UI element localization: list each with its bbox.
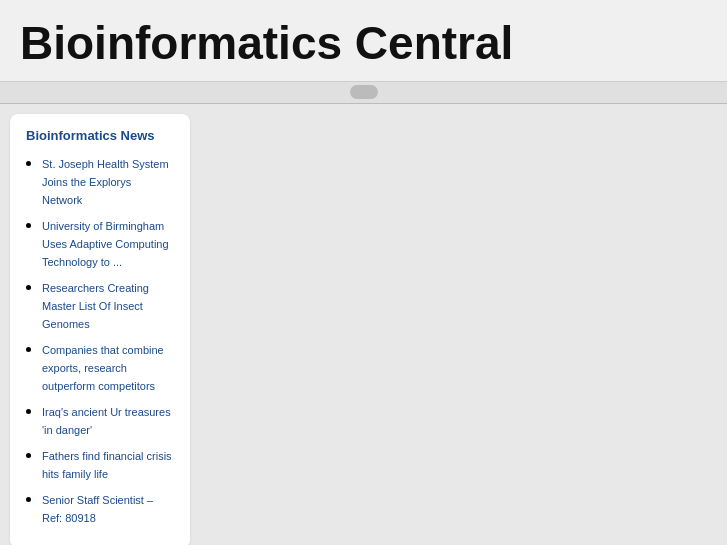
site-title: Bioinformatics Central	[20, 18, 707, 69]
news-card-title: Bioinformatics News	[26, 128, 174, 145]
main-wrapper: Bioinformatics Central Bioinformatics Ne…	[0, 0, 727, 545]
news-link-6[interactable]: Fathers find financial crisis hits famil…	[42, 450, 172, 480]
list-item: Senior Staff Scientist – Ref: 80918	[42, 490, 174, 526]
list-item: University of Birmingham Uses Adaptive C…	[42, 216, 174, 270]
content-area: Bioinformatics Central Bioinformatics Ne…	[0, 0, 727, 545]
list-item: St. Joseph Health System Joins the Explo…	[42, 154, 174, 208]
news-link-5[interactable]: Iraq's ancient Ur treasures 'in danger'	[42, 406, 171, 436]
news-card: Bioinformatics News St. Joseph Health Sy…	[10, 114, 190, 545]
site-header: Bioinformatics Central	[0, 0, 727, 82]
news-link-4[interactable]: Companies that combine exports, research…	[42, 344, 164, 392]
news-link-1[interactable]: St. Joseph Health System Joins the Explo…	[42, 158, 169, 206]
scrollbar-thumb[interactable]	[350, 85, 378, 99]
news-link-3[interactable]: Researchers Creating Master List Of Inse…	[42, 282, 149, 330]
news-link-2[interactable]: University of Birmingham Uses Adaptive C…	[42, 220, 169, 268]
scrollbar-area	[0, 82, 727, 104]
news-list: St. Joseph Health System Joins the Explo…	[26, 154, 174, 526]
list-item: Researchers Creating Master List Of Inse…	[42, 278, 174, 332]
list-item: Iraq's ancient Ur treasures 'in danger'	[42, 402, 174, 438]
list-item: Companies that combine exports, research…	[42, 340, 174, 394]
main-content: Bioinformatics News St. Joseph Health Sy…	[0, 104, 727, 545]
list-item: Fathers find financial crisis hits famil…	[42, 446, 174, 482]
news-link-7[interactable]: Senior Staff Scientist – Ref: 80918	[42, 494, 153, 524]
